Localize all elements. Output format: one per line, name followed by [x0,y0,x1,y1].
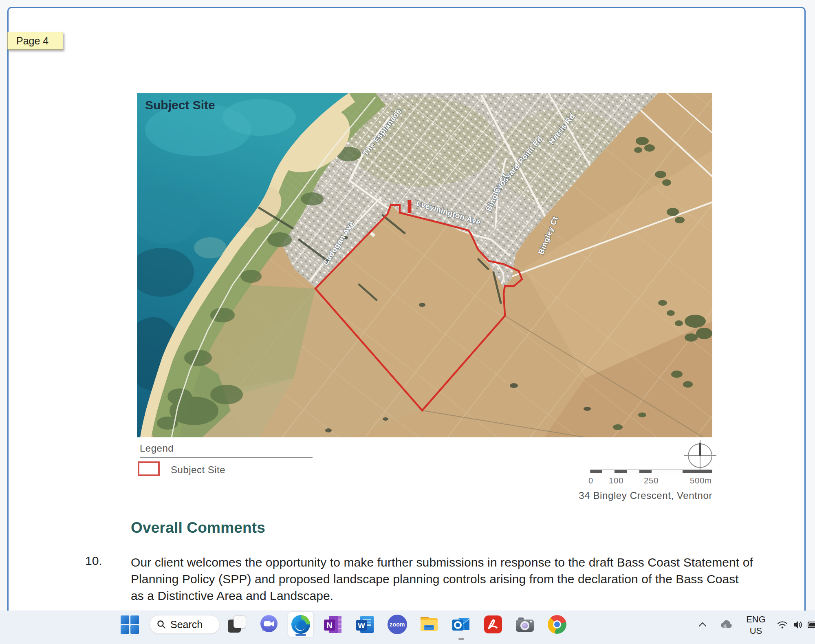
windows-logo-icon [120,615,139,635]
map-scale-bar: 0 100 250 500m [590,470,712,490]
battery-icon [808,620,815,630]
speaker-icon [792,619,804,631]
edge-active-indicator [295,634,306,636]
acrobat-button[interactable] [483,615,503,634]
outlook-icon [452,615,471,634]
section-heading: Overall Comments [131,519,265,536]
wifi-icon [777,620,788,630]
zoom-app-icon: zoom [388,615,407,634]
onenote-button[interactable]: N [323,615,343,634]
tray-chevron-button[interactable] [698,620,707,630]
search-icon [156,620,166,629]
outlook-button[interactable] [452,615,471,634]
teams-button[interactable] [259,615,279,634]
paragraph-number-10: 10. [85,554,102,568]
search-box[interactable]: Search [150,615,220,634]
document-window: The Esplanade Grossard Point Rd Harris R… [7,7,806,644]
onenote-icon: N [323,615,343,634]
map-caption: 34 Bingley Crescent, Ventnor [518,490,712,501]
onedrive-cloud-icon [720,620,734,629]
outlook-running-indicator [458,638,464,640]
acrobat-icon [483,615,503,634]
camera-button[interactable] [515,615,535,634]
legend-divider [140,457,313,458]
chrome-button[interactable] [547,615,567,634]
subject-site-swatch [138,461,160,476]
wifi-tray-button[interactable] [777,620,788,632]
map-title: Subject Site [145,98,215,112]
page-4-note[interactable]: Page 4 [7,32,63,50]
language-indicator[interactable]: ENG US [744,614,768,637]
word-icon: W [355,615,375,634]
start-button[interactable] [120,615,139,634]
svg-text:W: W [358,621,365,630]
battery-tray-button[interactable] [808,620,815,631]
edge-button[interactable] [291,615,311,634]
file-explorer-button[interactable] [419,615,439,634]
legend-subject-site-label: Subject Site [171,464,225,476]
folder-icon [419,615,439,634]
scale-tick-500m: 500m [690,476,712,485]
scale-bar [590,470,712,473]
volume-tray-button[interactable] [792,619,804,632]
subject-site-aerial-map: The Esplanade Grossard Point Rd Harris R… [137,93,712,437]
svg-text:N: N [326,621,332,630]
onedrive-tray-button[interactable] [720,620,734,631]
edge-icon [291,615,311,634]
word-button[interactable]: W [355,615,375,634]
scale-tick-250: 250 [644,476,659,485]
chevron-up-icon [698,620,707,629]
camera-icon [515,615,535,634]
teams-icon [259,615,279,634]
task-view-button[interactable] [227,615,247,634]
legend-title: Legend [140,443,174,454]
zoom-button[interactable]: zoom [388,615,407,634]
scale-tick-100: 100 [609,476,623,485]
scale-tick-0: 0 [588,476,593,485]
search-label: Search [170,619,203,631]
chrome-icon [548,615,566,634]
paragraph-10-text: Our client welcomes the opportunity to m… [131,554,753,604]
